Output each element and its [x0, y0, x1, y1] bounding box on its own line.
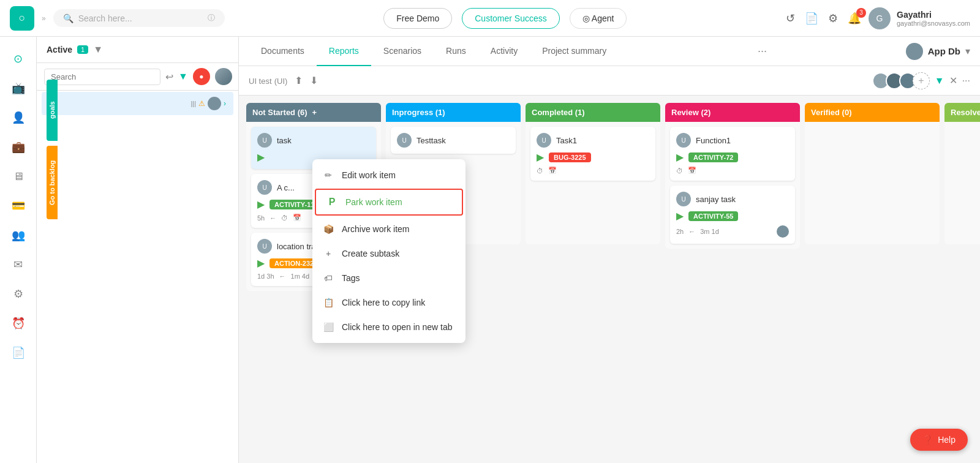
card-location-time: 1d 3h [257, 273, 274, 280]
undo-icon[interactable]: ↩ [165, 71, 173, 83]
sidebar-icon-doc[interactable]: 📄 [6, 341, 31, 365]
menu-copy-link-label: Click here to copy link [342, 298, 425, 307]
sidebar-icon-home[interactable]: ⊙ [6, 47, 31, 71]
tab-reports[interactable]: Reports [317, 37, 371, 66]
sidebar-icon-mail[interactable]: ✉ [6, 252, 31, 277]
active-dropdown-icon[interactable]: ▼ [93, 44, 103, 55]
board-more-icon[interactable]: ··· [962, 75, 970, 86]
settings-icon[interactable]: ⚙ [828, 12, 838, 25]
tab-documents[interactable]: Documents [249, 37, 317, 66]
card-sanjay-tag: ACTIVITY-55 [688, 211, 738, 221]
agent-button[interactable]: ◎ Agent [570, 8, 627, 29]
notification-icon[interactable]: 🔔 3 [848, 12, 861, 25]
card-task1-header: U Task1 [537, 133, 649, 148]
card-ac-cal-icon: 📅 [293, 214, 301, 222]
sidebar-icon-time[interactable]: ⏰ [6, 311, 31, 336]
board-title: UI test (UI) [249, 75, 287, 86]
col-resolved-label: Resolved (0) [951, 108, 980, 117]
col-verified-body [805, 122, 940, 244]
filter-icon[interactable]: ▼ [178, 71, 188, 82]
card-task-play-button[interactable]: ▶ [257, 151, 265, 163]
free-demo-button[interactable]: Free Demo [383, 8, 452, 29]
card-function1-play-button[interactable]: ▶ [676, 151, 684, 163]
menu-archive-label: Archive work item [342, 224, 409, 234]
card-sanjay[interactable]: U sanjay task ▶ ACTIVITY-55 2h ← 3m 1d [670, 186, 795, 244]
board-filter-icon[interactable]: ▼ [935, 75, 944, 86]
menu-tags-item[interactable]: 🏷 Tags [312, 266, 466, 290]
sidebar-icon-monitor[interactable]: 🖥 [6, 164, 31, 189]
card-function1-avatar: U [676, 133, 691, 148]
menu-edit-item[interactable]: ✏ Edit work item [312, 163, 466, 187]
sidebar-icon-team[interactable]: 👥 [6, 223, 31, 247]
menu-open-new-tab-label: Click here to open in new tab [342, 322, 453, 332]
add-member-button[interactable]: + [913, 72, 930, 89]
sprint-item-arrow-icon[interactable]: › [224, 99, 226, 108]
user-info: G Gayathri gayathri@snovasys.com [869, 7, 970, 29]
project-avatar [906, 43, 923, 60]
search-icon: 🔍 [63, 13, 74, 23]
copy-link-icon: 📋 [322, 296, 334, 309]
user-name: Gayathri [897, 10, 970, 20]
sidebar-active-header: Active 1 ▼ [37, 37, 238, 63]
card-ac-avatar: U [257, 180, 272, 195]
tab-more-button[interactable]: ··· [758, 45, 767, 58]
card-ac-title: A c... [277, 183, 295, 192]
card-location-tag: ACTION-232 [270, 258, 318, 268]
customer-success-button[interactable]: Customer Success [462, 8, 559, 29]
col-review-label: Review (2) [671, 108, 710, 117]
tab-activity[interactable]: Activity [478, 37, 530, 66]
tab-runs[interactable]: Runs [434, 37, 478, 66]
project-dropdown-icon[interactable]: ▾ [965, 45, 970, 57]
sprint-item-ui[interactable]: UI ||| ⚠ › [42, 92, 233, 115]
sidebar-icon-user[interactable]: 👤 [6, 105, 31, 130]
menu-copy-link-item[interactable]: 📋 Click here to copy link [312, 290, 466, 315]
download-icon[interactable]: ⬇ [310, 75, 318, 86]
sidebar-icon-settings[interactable]: ⚙ [6, 282, 31, 306]
card-function1-cal-icon: 📅 [688, 167, 696, 175]
card-sanjay-actions: ▶ ACTIVITY-55 [676, 210, 789, 222]
col-not-started-add-button[interactable]: + [312, 108, 317, 117]
col-review: Review (2) U Function1 ▶ ACTIVITY-72 ⏱ 📅 [665, 103, 800, 249]
help-button[interactable]: ❓ Help [910, 429, 968, 451]
card-task1-title: Task1 [556, 136, 577, 145]
notification-badge: 3 [856, 8, 866, 18]
search-bar[interactable]: 🔍 Search here... ⓘ [53, 9, 225, 27]
sidebar-icon-work[interactable]: 💼 [6, 135, 31, 159]
user-avatar-filter[interactable]: ● [193, 68, 210, 85]
help-label: Help [938, 435, 956, 445]
user-details: Gayathri gayathri@snovasys.com [897, 10, 970, 27]
menu-archive-item[interactable]: 📦 Archive work item [312, 217, 466, 241]
card-task1[interactable]: U Task1 ▶ BUG-3225 ⏱ 📅 [530, 127, 655, 181]
refresh-icon[interactable]: ↺ [786, 12, 795, 25]
park-icon: P [326, 196, 338, 208]
col-inprogress-header: Inprogress (1) [386, 103, 521, 122]
tab-project-summary[interactable]: Project summary [530, 37, 619, 66]
card-function1-title: Function1 [696, 136, 731, 145]
nav-expand-icon[interactable]: » [42, 14, 46, 23]
menu-park-item[interactable]: P Park work item [315, 189, 463, 216]
goals-tab[interactable]: goals [47, 80, 58, 141]
board-close-icon[interactable]: ✕ [949, 75, 957, 86]
card-function1[interactable]: U Function1 ▶ ACTIVITY-72 ⏱ 📅 [670, 127, 795, 181]
active-label: Active [47, 45, 72, 55]
logo-button[interactable]: ○ [10, 6, 34, 31]
user-avatar-filter2[interactable] [215, 68, 232, 85]
sprint-item-icons: ||| ⚠ › [190, 97, 226, 110]
search-input[interactable] [44, 69, 160, 85]
menu-open-new-tab-item[interactable]: ⬜ Click here to open in new tab [312, 315, 466, 339]
sidebar-icon-billing[interactable]: 💳 [6, 194, 31, 218]
card-sanjay-play-button[interactable]: ▶ [676, 210, 684, 222]
card-task-header: U task [257, 133, 370, 148]
sidebar-icon-tv[interactable]: 📺 [6, 76, 31, 100]
left-sidebar: ⊙ 📺 👤 💼 🖥 💳 👥 ✉ ⚙ ⏰ 📄 [0, 37, 37, 463]
card-location-play-button[interactable]: ▶ [257, 257, 265, 269]
backlog-tab[interactable]: Go to backlog [47, 146, 58, 219]
card-task1-play-button[interactable]: ▶ [537, 151, 544, 163]
card-task1-tag: BUG-3225 [549, 152, 591, 162]
menu-create-subtask-item[interactable]: + Create subtask [312, 241, 466, 266]
document-icon[interactable]: 📄 [805, 12, 818, 25]
tab-scenarios[interactable]: Scenarios [371, 37, 434, 66]
card-ac-play-button[interactable]: ▶ [257, 198, 265, 210]
upload-icon[interactable]: ⬆ [295, 75, 303, 86]
card-testtask[interactable]: U Testtask [391, 127, 516, 154]
